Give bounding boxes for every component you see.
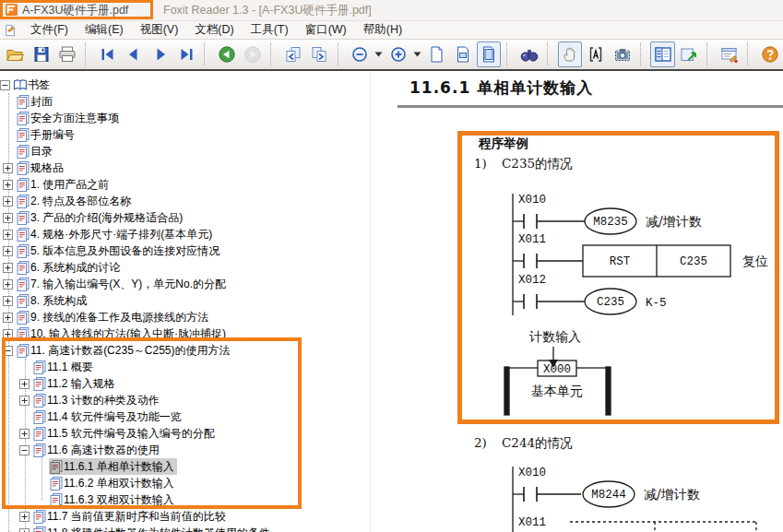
- expander-plus-icon[interactable]: [3, 263, 13, 273]
- bookmark-item[interactable]: 规格品: [0, 160, 370, 176]
- bookmark-item[interactable]: 6. 系统构成的讨论: [0, 259, 370, 276]
- expander-plus-icon[interactable]: [3, 163, 13, 173]
- first-page-button[interactable]: [96, 41, 120, 67]
- case1-line: 1)C235的情况: [474, 156, 573, 172]
- save-button[interactable]: [29, 41, 53, 67]
- find-button[interactable]: [517, 41, 541, 67]
- bookmarks-panel-button[interactable]: [650, 41, 674, 67]
- menu-item-4[interactable]: 工具(T): [243, 21, 297, 39]
- print-button[interactable]: [55, 41, 79, 67]
- note-comment-button[interactable]: [718, 41, 741, 67]
- rst-op: RST: [610, 255, 631, 268]
- bookmark-label: 1. 使用产品之前: [30, 176, 109, 193]
- bookmark-item[interactable]: 目录: [0, 143, 370, 160]
- expander-plus-icon[interactable]: [19, 528, 30, 532]
- bookmark-item[interactable]: 9. 接线的准备工作及电源接线的方法: [0, 309, 370, 325]
- unit-port-label: X000: [543, 363, 571, 376]
- next-view-icon: [310, 45, 328, 64]
- expander-plus-icon[interactable]: [3, 296, 13, 306]
- menu-item-5[interactable]: 窗口(W): [297, 21, 355, 39]
- go-back-button[interactable]: [215, 41, 239, 67]
- bookmark-item[interactable]: 11.2 输入规格: [0, 375, 370, 392]
- bookmark-item[interactable]: 10. 输入接线的方法(输入中断·脉冲捕捉): [0, 325, 370, 342]
- snapshot-button[interactable]: [611, 41, 635, 67]
- go-forward-button[interactable]: [241, 41, 265, 67]
- zoom-in-button[interactable]: [386, 41, 410, 67]
- find-icon: [520, 45, 539, 64]
- zoom-out-button[interactable]: [348, 41, 372, 67]
- expander-minus-icon[interactable]: [3, 346, 13, 356]
- expander-plus-icon[interactable]: [3, 230, 13, 240]
- bookmark-item[interactable]: 11.7 当前值更新时序和当前值的比较: [0, 508, 370, 525]
- expander-plus-icon[interactable]: [19, 512, 30, 522]
- menu-item-2[interactable]: 视图(V): [132, 21, 187, 39]
- expander-plus-icon[interactable]: [3, 180, 13, 190]
- expander-plus-icon[interactable]: [19, 396, 30, 406]
- menu-item-6[interactable]: 帮助(H): [355, 21, 410, 39]
- next-page-button[interactable]: [148, 41, 172, 67]
- menu-item-0[interactable]: 文件(F): [22, 21, 77, 39]
- fit-width-button[interactable]: [451, 41, 475, 67]
- bookmark-item[interactable]: 1. 使用产品之前: [0, 176, 370, 193]
- bookmark-page-icon: [16, 94, 30, 109]
- bookmark-item[interactable]: 手册编号: [0, 126, 370, 143]
- menu-item-3[interactable]: 文档(D): [186, 21, 242, 39]
- document-tab[interactable]: A-FX3U硬件手册.pdf: [22, 3, 128, 18]
- fit-page-button[interactable]: [477, 41, 501, 67]
- bookmark-page-icon: [32, 526, 47, 532]
- zoom-out-caret[interactable]: [374, 42, 385, 66]
- bookmark-item[interactable]: 11.6.2 单相双计数输入: [0, 475, 370, 491]
- contact-label: X010: [518, 467, 546, 479]
- tree-indent: [0, 101, 3, 102]
- help-button[interactable]: [758, 41, 782, 67]
- next-view-button[interactable]: [307, 41, 331, 67]
- bookmark-item[interactable]: 11.5 软元件编号及输入编号的分配: [0, 425, 370, 442]
- bookmark-item[interactable]: 11.3 计数的种类及动作: [0, 392, 370, 408]
- tree-indent: [0, 367, 19, 368]
- select-text-button[interactable]: [584, 41, 608, 67]
- bookmark-page-icon: [16, 260, 30, 275]
- bookmark-item[interactable]: 2. 特点及各部位名称: [0, 193, 370, 209]
- contact-label: X011: [518, 233, 546, 246]
- bookmark-item[interactable]: 11.6.3 双相双计数输入: [0, 491, 370, 508]
- bookmark-item[interactable]: 11. 高速计数器(C235～C255)的使用方法: [0, 342, 370, 359]
- title-bar: A-FX3U硬件手册.pdf Foxit Reader 1.3 - [A-FX3…: [0, 0, 783, 21]
- expander-plus-icon[interactable]: [3, 213, 13, 223]
- bookmark-item[interactable]: 封面: [0, 93, 370, 110]
- bookmark-item[interactable]: 3. 产品的介绍(海外规格适合品): [0, 209, 370, 226]
- bookmark-item[interactable]: 安全方面注意事项: [0, 110, 370, 126]
- expander-plus-icon[interactable]: [3, 279, 13, 290]
- bookmark-item[interactable]: 11.1 概要: [0, 359, 370, 375]
- bookmark-item[interactable]: 11.4 软元件编号及功能一览: [0, 408, 370, 425]
- bookmark-item[interactable]: 11.6.1 单相单计数输入: [0, 458, 370, 475]
- open-link-button[interactable]: [677, 41, 701, 67]
- bookmark-label: 4. 规格·外形尺寸·端子排列(基本单元): [30, 226, 212, 242]
- expander-plus-icon[interactable]: [3, 246, 13, 256]
- expander-plus-icon[interactable]: [3, 196, 13, 207]
- hand-tool-button[interactable]: [558, 41, 582, 67]
- prev-view-button[interactable]: [281, 41, 305, 67]
- bookmark-item[interactable]: 8. 系统构成: [0, 292, 370, 309]
- expander-plus-icon[interactable]: [19, 429, 30, 439]
- expander-plus-icon[interactable]: [3, 313, 13, 323]
- bookmark-item[interactable]: 11.8 将硬件计数器作为软件计数器使用的条件: [0, 525, 370, 532]
- expander-plus-icon[interactable]: [3, 329, 13, 339]
- bookmark-page-icon: [16, 127, 30, 142]
- menu-item-1[interactable]: 编辑(E): [77, 21, 132, 39]
- unit-name-label: 基本单元: [531, 384, 583, 398]
- last-page-button[interactable]: [174, 41, 198, 67]
- ladder-diagram-c235: X010 M8235 减/增计数 X011 RST C235 复位 X012 C…: [463, 175, 777, 417]
- bookmark-item-root[interactable]: 书签: [0, 77, 370, 93]
- bookmark-item[interactable]: 4. 规格·外形尺寸·端子排列(基本单元): [0, 226, 370, 242]
- expander-minus-icon[interactable]: [19, 445, 30, 455]
- zoom-in-caret[interactable]: [411, 42, 422, 66]
- prev-page-button[interactable]: [122, 41, 146, 67]
- expander-minus-icon[interactable]: [0, 80, 10, 90]
- open-button[interactable]: [3, 41, 27, 67]
- expander-plus-icon[interactable]: [19, 379, 30, 389]
- bookmark-item[interactable]: 7. 输入输出编号(X、Y)，单元No.的分配: [0, 276, 370, 292]
- bookmark-item[interactable]: 11.6 高速计数器的使用: [0, 442, 370, 458]
- actual-size-button[interactable]: [424, 41, 448, 67]
- bookmark-item[interactable]: 5. 版本信息及外围设备的连接对应情况: [0, 242, 370, 259]
- tree-indent: [0, 151, 3, 152]
